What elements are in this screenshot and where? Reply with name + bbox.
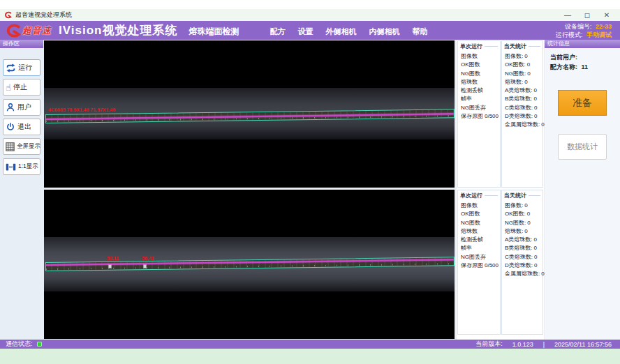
stat-row: 图像数:0 <box>505 52 542 61</box>
stat-value: 0 <box>524 228 527 234</box>
stat-row: 金属屑熔珠数:0 <box>505 270 542 278</box>
datetime-value: 2025/02/11 16:57:56 <box>554 341 612 348</box>
os-titlebar: 超音速视觉处理系统 — ◻ ✕ <box>0 9 620 21</box>
stat-label: OK图数 <box>461 211 480 217</box>
stat-label: 保存原图 <box>461 113 483 119</box>
maximize-icon[interactable]: ◻ <box>582 11 592 19</box>
stop-hand-icon: ☝ <box>6 83 11 92</box>
daily-stats-rows-lower: 图像数:0 OK图数:0 NG图数:0 熔珠数:0 A类熔珠数:0 B类熔珠数:… <box>502 199 542 279</box>
prepare-button[interactable]: 准备 <box>558 90 607 116</box>
group-title: 单次运行 <box>458 41 500 50</box>
stat-label: 图像数: <box>505 53 523 59</box>
stat-label: NG图丢弃 <box>461 254 486 260</box>
status-separator: | <box>543 341 545 348</box>
group-title: 当天统计 <box>502 41 542 50</box>
stat-row: NG图数:0 <box>505 219 542 227</box>
device-number-value: 22-33 <box>596 23 612 30</box>
stat-row: NG图数:0 <box>505 70 542 78</box>
stat-row: A类熔珠数:0 <box>505 236 542 244</box>
stat-value: 0 <box>534 87 537 93</box>
run-button-label: 运行 <box>18 63 32 73</box>
stat-row: D类熔珠数:0 <box>505 112 542 121</box>
stat-label: A类熔珠数: <box>505 87 533 93</box>
stat-label: 检测丢帧 <box>461 236 483 243</box>
version-value: 1.0.123 <box>512 341 533 348</box>
stop-button[interactable]: ☝ 停止 <box>3 79 40 96</box>
stat-row: 图像数 <box>461 52 499 61</box>
group-title: 单次运行 <box>458 190 500 199</box>
close-icon[interactable]: ✕ <box>602 11 612 19</box>
stat-value: 0 <box>534 262 537 268</box>
app-logo-icon <box>4 11 12 19</box>
exit-button[interactable]: 退出 <box>3 119 40 135</box>
single-run-group-lower: 单次运行 图像数 OK图数 NG图数 熔珠数 检测丢帧 帧率 NG图丢弃 <box>457 190 501 335</box>
camera-view-outer: 4C0085 70.5X1.49 71.57X1.49 <box>44 40 455 188</box>
stat-value: 0 <box>534 245 537 251</box>
stat-row: 图像数 <box>461 202 499 210</box>
stat-label: OK图数: <box>505 61 526 68</box>
version-label: 当前版本: <box>475 340 503 349</box>
stat-row: OK图数:0 <box>505 210 542 218</box>
stat-row: 帧率 <box>461 95 499 103</box>
brand-logo: 超音速 <box>6 23 52 38</box>
app-window: 超音速视觉处理系统 — ◻ ✕ 超音速 IVision视觉处理系统 熔珠端面检测… <box>0 0 620 364</box>
stat-label: NG图数: <box>505 70 526 77</box>
stat-label: D类熔珠数: <box>505 262 533 268</box>
stop-button-label: 停止 <box>13 82 27 92</box>
stat-row: NG图丢弃 <box>461 253 499 261</box>
stat-value: 0/500 <box>485 113 499 119</box>
app-header: 超音速 IVision视觉处理系统 熔珠端面检测 配方 设置 外侧相机 内侧相机… <box>0 21 620 40</box>
fullscreen-button[interactable]: 全屏显示 <box>3 138 40 155</box>
menu-item[interactable]: 帮助 <box>412 26 427 37</box>
stat-value: 0 <box>524 53 527 59</box>
stat-row: NG图数 <box>461 70 499 78</box>
single-run-rows-upper: 图像数 OK图数 NG图数 熔珠数 检测丢帧 帧率 NG图丢弃 保存原图0/50… <box>458 50 500 121</box>
window-title: 超音速视觉处理系统 <box>15 10 72 20</box>
stat-value: 0 <box>534 236 537 243</box>
stat-row: 检测丢帧 <box>461 236 499 244</box>
stat-value: 0 <box>527 211 530 217</box>
single-run-rows-lower: 图像数 OK图数 NG图数 熔珠数 检测丢帧 帧率 NG图丢弃 保存原图0/50… <box>458 199 500 270</box>
stat-label: C类熔珠数: <box>505 105 533 111</box>
statistics-column: 单次运行 图像数 OK图数 NG图数 熔珠数 检测丢帧 帧率 NG图丢弃 <box>457 40 544 340</box>
run-mode-value: 手动调试 <box>586 31 612 38</box>
stat-row: 熔珠数 <box>461 78 499 86</box>
stat-value: 0 <box>527 61 530 68</box>
app-subtitle: 熔珠端面检测 <box>189 26 239 38</box>
app-title: IVision视觉处理系统 <box>59 22 177 38</box>
stat-label: NG图数 <box>461 70 480 77</box>
stat-row: 检测丢帧 <box>461 86 499 95</box>
stat-row: 帧率 <box>461 244 499 252</box>
menu-item[interactable]: 内侧相机 <box>369 26 399 37</box>
menu-item[interactable]: 配方 <box>270 26 285 37</box>
user-icon <box>6 103 15 112</box>
menu-item[interactable]: 设置 <box>297 26 313 37</box>
stat-row: 保存原图0/500 <box>461 112 499 121</box>
camera2-defect-marker <box>108 264 112 268</box>
info-panel-title: 统计信息 <box>545 40 620 48</box>
fullscreen-grid-icon <box>6 142 15 151</box>
stat-label: A类熔珠数: <box>505 236 533 243</box>
power-icon <box>6 122 15 132</box>
run-button[interactable]: 运行 <box>3 59 40 76</box>
stat-row: 熔珠数:0 <box>505 78 542 86</box>
run-loop-icon <box>6 63 16 73</box>
stat-label: C类熔珠数: <box>505 254 533 260</box>
operation-sidebar: 操作区 运行 ☝ 停止 用户 退出 <box>0 40 43 340</box>
data-statistics-button[interactable]: 数据统计 <box>558 134 607 160</box>
stat-label: 检测丢帧 <box>461 87 483 93</box>
camera2-measurement-annotation: 53.11 <box>107 256 119 261</box>
stat-label: NG图数 <box>461 220 480 226</box>
one-to-one-button[interactable]: 1:1显示 <box>3 158 40 175</box>
current-user-line: 当前用户: <box>550 52 614 62</box>
minimize-icon[interactable]: — <box>563 11 573 19</box>
operation-area-title: 操作区 <box>0 40 43 48</box>
stat-label: 熔珠数: <box>505 79 523 85</box>
user-button[interactable]: 用户 <box>3 99 40 116</box>
user-button-label: 用户 <box>17 103 31 112</box>
recipe-name-line: 配方名称: 11 <box>550 62 614 72</box>
daily-stats-group-lower: 当天统计 图像数:0 OK图数:0 NG图数:0 熔珠数:0 A类熔珠数:0 B… <box>501 190 543 335</box>
camera2-defect-marker <box>143 264 147 268</box>
menu-item[interactable]: 外侧相机 <box>325 26 356 37</box>
camera1-measurement-annotation: 4C0085 70.5X1.49 71.57X1.49 <box>48 107 115 112</box>
